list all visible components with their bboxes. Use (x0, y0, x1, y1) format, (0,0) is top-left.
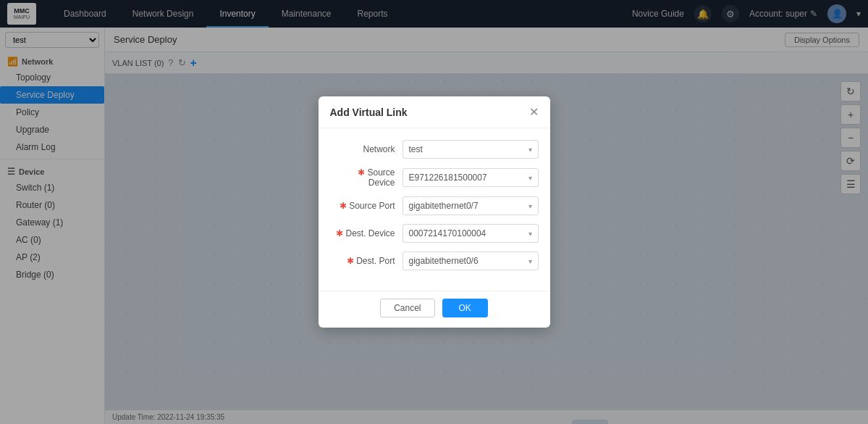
required-star-source-device: ✱ (358, 167, 367, 178)
modal-footer: Cancel OK (319, 291, 550, 328)
network-select[interactable]: test ▾ (403, 140, 539, 159)
required-star-dest-device: ✱ (336, 228, 345, 238)
dest-port-select[interactable]: gigabitethernet0/6 ▾ (403, 252, 539, 270)
cancel-button[interactable]: Cancel (380, 299, 434, 317)
modal-body: Network test ▾ ✱ Source Device E97122618… (319, 128, 550, 291)
dest-device-dropdown-arrow: ▾ (528, 230, 532, 238)
modal-field-source-device: ✱ Source Device E971226181500007 ▾ (330, 167, 539, 188)
source-device-select[interactable]: E971226181500007 ▾ (403, 168, 539, 187)
dest-port-label: ✱ Dest. Port (330, 256, 403, 266)
required-star-source-port: ✱ (340, 201, 349, 211)
source-port-select[interactable]: gigabitethernet0/7 ▾ (403, 196, 539, 215)
source-port-dropdown-arrow: ▾ (528, 202, 532, 210)
modal-header: Add Virtual Link ✕ (319, 96, 550, 128)
ok-button[interactable]: OK (442, 299, 488, 317)
network-label: Network (330, 144, 403, 154)
dest-device-label: ✱ Dest. Device (330, 228, 403, 238)
modal-field-dest-device: ✱ Dest. Device 0007214170100004 ▾ (330, 224, 539, 243)
modal-field-source-port: ✱ Source Port gigabitethernet0/7 ▾ (330, 196, 539, 215)
modal-field-dest-port: ✱ Dest. Port gigabitethernet0/6 ▾ (330, 252, 539, 270)
source-port-label: ✱ Source Port (330, 201, 403, 211)
add-virtual-link-modal: Add Virtual Link ✕ Network test ▾ ✱ Sour… (319, 96, 550, 328)
required-star-dest-port: ✱ (347, 256, 356, 266)
source-device-dropdown-arrow: ▾ (528, 174, 532, 182)
network-dropdown-arrow: ▾ (528, 146, 532, 154)
modal-title: Add Virtual Link (330, 107, 408, 118)
source-device-label: ✱ Source Device (330, 167, 403, 188)
modal-field-network: Network test ▾ (330, 140, 539, 159)
dest-device-select[interactable]: 0007214170100004 ▾ (403, 224, 539, 243)
modal-close-button[interactable]: ✕ (529, 105, 539, 119)
modal-overlay: Add Virtual Link ✕ Network test ▾ ✱ Sour… (0, 0, 868, 424)
dest-port-dropdown-arrow: ▾ (528, 257, 532, 265)
